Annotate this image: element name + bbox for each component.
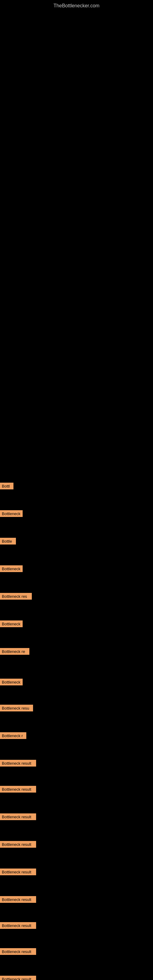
bottleneck-item-6: Bottleneck <box>0 620 22 627</box>
bottleneck-item-18: Bottleneck result <box>0 948 36 955</box>
bottleneck-item-16: Bottleneck result <box>0 896 36 903</box>
bottleneck-item-11: Bottleneck result <box>0 760 36 767</box>
bottleneck-item-19: Bottleneck result <box>0 976 36 980</box>
bottleneck-item-9: Bottleneck resu <box>0 705 33 711</box>
bottleneck-item-4: Bottleneck <box>0 565 22 572</box>
bottleneck-item-13: Bottleneck result <box>0 813 36 820</box>
bottleneck-item-7: Bottleneck re <box>0 648 29 655</box>
bottleneck-item-8: Bottleneck <box>0 679 22 686</box>
bottleneck-item-3: Bottle <box>0 538 16 544</box>
bottleneck-item-14: Bottleneck result <box>0 841 36 848</box>
bottleneck-item-15: Bottleneck result <box>0 869 36 875</box>
bottleneck-item-17: Bottleneck result <box>0 922 36 929</box>
site-title: TheBottlenecker.com <box>0 0 153 11</box>
bottleneck-item-2: Bottleneck <box>0 510 22 517</box>
bottleneck-item-1: Bottl <box>0 483 13 489</box>
bottleneck-item-10: Bottleneck r <box>0 732 26 739</box>
chart-area: BottlBottleneckBottleBottleneckBottlenec… <box>0 11 153 980</box>
bottleneck-item-12: Bottleneck result <box>0 786 36 792</box>
bottleneck-item-5: Bottleneck res <box>0 593 32 600</box>
